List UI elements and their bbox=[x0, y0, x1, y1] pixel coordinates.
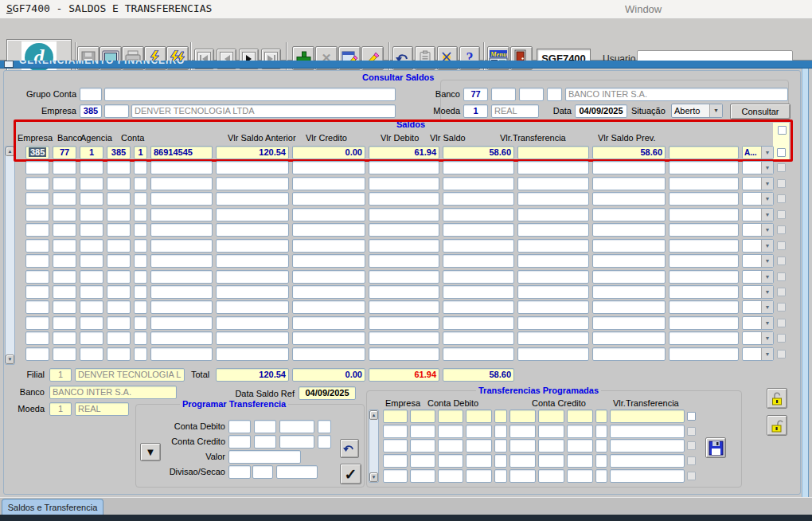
cell-conta-numero[interactable]: 86914545 bbox=[150, 146, 213, 159]
cell-agencia[interactable] bbox=[80, 331, 103, 345]
cell-conta-digito[interactable] bbox=[134, 254, 147, 268]
cell-vlr-saldo-anterior[interactable] bbox=[216, 161, 289, 174]
cell-empresa[interactable] bbox=[25, 331, 49, 345]
cell-conta-digito[interactable] bbox=[134, 192, 147, 206]
cell-vlr-saldo-prev[interactable] bbox=[592, 177, 666, 190]
cell-conta[interactable] bbox=[107, 316, 131, 330]
cell-vlr-debito[interactable] bbox=[369, 285, 439, 299]
tp-cell-debito-3[interactable] bbox=[466, 469, 492, 483]
cell-vlr-credito[interactable]: 0.00 bbox=[292, 146, 365, 159]
cell-vlr-transferencia[interactable] bbox=[517, 347, 589, 361]
tp-row-checkbox[interactable] bbox=[687, 472, 696, 480]
row-checkbox[interactable] bbox=[777, 163, 786, 172]
cell-vlr-saldo-anterior[interactable] bbox=[216, 270, 289, 284]
tp-cell-credito-1[interactable] bbox=[509, 439, 536, 452]
cell-vlr-saldo-anterior[interactable] bbox=[216, 192, 289, 206]
cell-vlr-saldo[interactable] bbox=[443, 331, 514, 345]
row-checkbox[interactable] bbox=[777, 194, 786, 203]
cell-empresa[interactable] bbox=[25, 270, 49, 284]
unlock-button[interactable] bbox=[767, 415, 787, 436]
tp-cell-credito-3[interactable] bbox=[567, 454, 593, 468]
cell-banco[interactable] bbox=[53, 347, 76, 361]
cell-vlr-credito[interactable] bbox=[292, 331, 365, 345]
cell-extra[interactable] bbox=[669, 208, 739, 221]
row-checkbox[interactable] bbox=[777, 241, 786, 250]
cell-agencia[interactable] bbox=[80, 208, 103, 221]
cell-banco[interactable] bbox=[53, 316, 76, 330]
tp-cell-vlr[interactable] bbox=[610, 454, 685, 468]
cell-empresa[interactable] bbox=[25, 223, 49, 237]
tp-cell-debito-4[interactable] bbox=[494, 425, 507, 438]
cell-extra[interactable] bbox=[669, 347, 739, 361]
header-checkbox[interactable] bbox=[778, 126, 787, 135]
cell-empresa[interactable] bbox=[25, 192, 49, 206]
tp-cell-credito-4[interactable] bbox=[595, 469, 607, 483]
empresa-input[interactable]: 385 bbox=[80, 104, 102, 118]
cell-conta[interactable] bbox=[107, 347, 131, 361]
tp-cell-debito-4[interactable] bbox=[494, 454, 507, 468]
cell-conta[interactable] bbox=[107, 300, 131, 314]
conta-debito-input-1[interactable] bbox=[228, 420, 251, 433]
cell-vlr-saldo[interactable] bbox=[443, 300, 514, 314]
cell-vlr-credito[interactable] bbox=[292, 254, 365, 268]
undo-transfer-button[interactable] bbox=[340, 439, 359, 458]
cell-empresa[interactable] bbox=[25, 316, 49, 330]
cell-vlr-transferencia[interactable] bbox=[517, 331, 589, 345]
tab-saldos-transferencia[interactable]: Saldos e Transferencia bbox=[2, 499, 103, 515]
cell-vlr-saldo-anterior[interactable] bbox=[216, 208, 289, 221]
cell-conta[interactable] bbox=[107, 208, 131, 221]
banco-input[interactable]: 77 bbox=[463, 88, 488, 101]
cell-empresa[interactable] bbox=[25, 285, 49, 299]
cell-extra[interactable] bbox=[669, 331, 739, 345]
cell-vlr-saldo[interactable] bbox=[443, 239, 514, 253]
lock-button[interactable] bbox=[767, 388, 787, 409]
cell-situacao-dropdown[interactable]: ▼ bbox=[742, 285, 774, 299]
cell-vlr-transferencia[interactable] bbox=[517, 177, 589, 190]
cell-conta-numero[interactable] bbox=[150, 161, 213, 174]
cell-situacao-dropdown[interactable]: ▼ bbox=[742, 239, 774, 253]
tp-cell-vlr[interactable] bbox=[610, 409, 685, 423]
cell-conta-numero[interactable] bbox=[150, 254, 213, 268]
cell-banco[interactable] bbox=[53, 300, 76, 314]
cell-vlr-saldo[interactable] bbox=[443, 161, 514, 174]
tp-cell-credito-1[interactable] bbox=[509, 469, 536, 483]
tp-cell-credito-4[interactable] bbox=[595, 425, 607, 438]
transferencias-scrollbar[interactable]: ▲ ▼ bbox=[369, 409, 379, 483]
cell-banco[interactable] bbox=[53, 270, 76, 284]
tp-cell-debito-4[interactable] bbox=[494, 439, 507, 452]
tp-cell-vlr[interactable] bbox=[610, 439, 685, 452]
cell-vlr-saldo-prev[interactable]: 58.60 bbox=[592, 146, 666, 159]
cell-banco[interactable] bbox=[53, 239, 76, 253]
cell-agencia[interactable] bbox=[80, 285, 103, 299]
tp-cell-credito-1[interactable] bbox=[509, 454, 536, 468]
tp-row-checkbox[interactable] bbox=[687, 412, 696, 421]
cell-vlr-transferencia[interactable] bbox=[517, 208, 589, 221]
row-checkbox[interactable] bbox=[777, 179, 786, 188]
cell-vlr-credito[interactable] bbox=[292, 177, 365, 190]
cell-extra[interactable] bbox=[669, 316, 739, 330]
tp-cell-credito-2[interactable] bbox=[538, 469, 564, 483]
cell-extra[interactable] bbox=[669, 223, 739, 237]
conta-credito-input-2[interactable] bbox=[254, 435, 276, 449]
tp-cell-debito-4[interactable] bbox=[494, 409, 507, 423]
save-transfer-button[interactable] bbox=[705, 437, 726, 458]
cell-situacao-dropdown[interactable]: ▼ bbox=[742, 316, 774, 330]
cell-vlr-transferencia[interactable] bbox=[517, 300, 589, 314]
cell-conta[interactable] bbox=[107, 161, 131, 174]
cell-vlr-debito[interactable] bbox=[369, 192, 439, 206]
scroll-down-icon[interactable]: ▼ bbox=[369, 472, 378, 482]
cell-vlr-saldo-anterior[interactable] bbox=[216, 254, 289, 268]
cell-vlr-transferencia[interactable] bbox=[517, 285, 589, 299]
tp-cell-debito-2[interactable] bbox=[438, 409, 463, 423]
cell-vlr-saldo-anterior[interactable] bbox=[216, 347, 289, 361]
cell-vlr-debito[interactable] bbox=[369, 254, 439, 268]
cell-conta[interactable] bbox=[107, 285, 131, 299]
tp-cell-debito-3[interactable] bbox=[466, 425, 492, 438]
cell-vlr-debito[interactable] bbox=[369, 347, 439, 361]
cell-conta-digito[interactable] bbox=[134, 300, 147, 314]
cell-vlr-saldo-anterior[interactable] bbox=[216, 177, 289, 190]
cell-empresa[interactable] bbox=[25, 239, 49, 253]
cell-vlr-credito[interactable] bbox=[292, 347, 365, 361]
row-checkbox[interactable] bbox=[777, 210, 786, 219]
cell-extra[interactable] bbox=[669, 192, 739, 206]
